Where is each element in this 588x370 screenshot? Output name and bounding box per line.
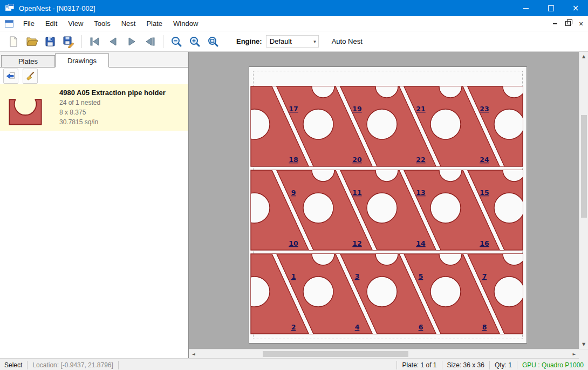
previous-plate-button[interactable] [104, 33, 122, 50]
vertical-scroll-thumb[interactable] [581, 115, 587, 218]
status-separator [396, 361, 397, 369]
open-button[interactable] [23, 33, 41, 50]
part-number-17[interactable]: 17 [289, 105, 298, 113]
mdi-child-icon [5, 20, 13, 28]
last-plate-button[interactable] [141, 33, 159, 50]
mdi-minimize-icon [553, 23, 557, 24]
part-number-15[interactable]: 15 [480, 189, 489, 197]
drawing-size: 8 x 8.375 [59, 109, 166, 116]
opennest-window: OpenNest - [N0317-002] × File Edit View … [0, 0, 588, 370]
status-separator [442, 361, 442, 369]
save-as-button[interactable] [59, 33, 78, 50]
status-separator [517, 361, 517, 369]
menu-item-plate[interactable]: Plate [141, 17, 168, 30]
part-number-3[interactable]: 3 [355, 272, 360, 280]
part-number-22[interactable]: 22 [416, 156, 425, 164]
part-number-6[interactable]: 6 [419, 323, 423, 331]
clear-drawings-button[interactable] [23, 69, 38, 84]
part-number-12[interactable]: 12 [352, 239, 361, 247]
menu-bar: File Edit View Tools Nest Plate Window × [0, 16, 588, 31]
mdi-restore-icon [565, 21, 571, 26]
main-toolbar: Engine: Default ▾ Auto Nest [0, 31, 588, 52]
canvas-column: 171819202122232491011121314151612345678 … [189, 52, 588, 358]
drawing-info: 4980 A05 Extraction pipe holder 24 of 1 … [59, 88, 166, 127]
window-minimize-button[interactable] [514, 0, 538, 16]
vertical-scrollbar[interactable]: ▲ ▼ [579, 52, 588, 349]
zoom-in-icon [188, 35, 201, 48]
scroll-up-icon[interactable]: ▲ [579, 52, 588, 61]
window-maximize-button[interactable] [538, 0, 563, 16]
drawings-panel: 4980 A05 Extraction pipe holder 24 of 1 … [0, 67, 188, 358]
engine-selected-value: Default [270, 37, 313, 45]
part-number-23[interactable]: 23 [480, 105, 489, 113]
scroll-down-icon[interactable]: ▼ [579, 340, 588, 349]
window-title: OpenNest - [N0317-002] [19, 4, 514, 12]
menu-item-file[interactable]: File [18, 17, 40, 30]
zoom-out-icon [170, 35, 183, 48]
drawing-area: 30.7815 sq/in [59, 118, 166, 126]
status-plate: Plate: 1 of 1 [402, 361, 436, 369]
drawing-title: 4980 A05 Extraction pipe holder [59, 89, 166, 97]
part-number-11[interactable]: 11 [352, 189, 361, 197]
plate[interactable]: 171819202122232491011121314151612345678 [249, 66, 527, 344]
drawing-nested-count: 24 of 1 nested [59, 99, 166, 106]
menu-item-window[interactable]: Window [168, 17, 203, 30]
engine-select[interactable]: Default ▾ [266, 35, 319, 48]
part-number-10[interactable]: 10 [289, 239, 298, 247]
nest-canvas[interactable]: 171819202122232491011121314151612345678 [189, 52, 579, 349]
part-number-2[interactable]: 2 [291, 323, 296, 331]
part-number-24[interactable]: 24 [480, 156, 489, 164]
part-number-1[interactable]: 1 [291, 272, 296, 280]
part-number-16[interactable]: 16 [480, 239, 489, 247]
menu-item-edit[interactable]: Edit [40, 17, 63, 30]
status-qty: Qty: 1 [495, 361, 512, 369]
first-plate-button[interactable] [86, 33, 104, 50]
new-button[interactable] [4, 33, 23, 50]
part-number-7[interactable]: 7 [482, 272, 487, 280]
tab-plates[interactable]: Plates [1, 55, 55, 67]
zoom-fit-button[interactable] [204, 33, 222, 50]
import-drawing-button[interactable] [3, 69, 18, 84]
mdi-restore-button[interactable] [562, 18, 574, 30]
zoom-fit-icon [207, 35, 220, 48]
part-number-8[interactable]: 8 [482, 323, 487, 331]
tab-drawings[interactable]: Drawings [55, 53, 109, 68]
menu-item-tools[interactable]: Tools [88, 17, 115, 30]
left-panel: Plates Drawings 4980 A0 [0, 52, 189, 358]
nested-parts-view: 171819202122232491011121314151612345678 [249, 67, 527, 343]
scroll-right-icon[interactable]: ► [570, 349, 579, 359]
next-arrow-icon [125, 35, 138, 48]
menu-item-view[interactable]: View [63, 17, 88, 30]
part-number-9[interactable]: 9 [291, 189, 296, 197]
next-plate-button[interactable] [122, 33, 141, 50]
dropdown-arrow-icon: ▾ [313, 39, 318, 44]
drawings-toolbar [0, 68, 188, 84]
part-number-4[interactable]: 4 [355, 323, 360, 331]
horizontal-scrollbar[interactable]: ◄ ► [189, 349, 579, 358]
part-number-14[interactable]: 14 [416, 239, 426, 247]
mdi-close-button[interactable]: × [575, 18, 587, 30]
close-icon: × [572, 4, 579, 12]
part-number-19[interactable]: 19 [352, 105, 361, 113]
part-number-20[interactable]: 20 [352, 156, 362, 164]
status-size: Size: 36 x 36 [447, 361, 484, 369]
horizontal-scroll-thumb[interactable] [263, 351, 408, 357]
part-number-13[interactable]: 13 [416, 189, 425, 197]
zoom-in-button[interactable] [186, 33, 204, 50]
open-folder-icon [25, 35, 38, 48]
mdi-minimize-button[interactable] [549, 18, 561, 30]
window-close-button[interactable]: × [563, 0, 588, 16]
part-number-5[interactable]: 5 [419, 272, 423, 280]
save-button[interactable] [41, 33, 59, 50]
status-right-group: Plate: 1 of 1 Size: 36 x 36 Qty: 1 GPU :… [392, 361, 584, 369]
part-number-18[interactable]: 18 [289, 156, 298, 164]
scroll-left-icon[interactable]: ◄ [189, 349, 198, 359]
menu-item-nest[interactable]: Nest [116, 17, 141, 30]
status-mode: Select [4, 361, 22, 369]
drawing-list-item[interactable]: 4980 A05 Extraction pipe holder 24 of 1 … [0, 84, 188, 131]
zoom-out-button[interactable] [167, 33, 186, 50]
minimize-icon [523, 8, 529, 9]
part-number-21[interactable]: 21 [416, 105, 425, 113]
auto-nest-button[interactable]: Auto Nest [327, 35, 367, 48]
toolbar-separator [81, 35, 82, 48]
